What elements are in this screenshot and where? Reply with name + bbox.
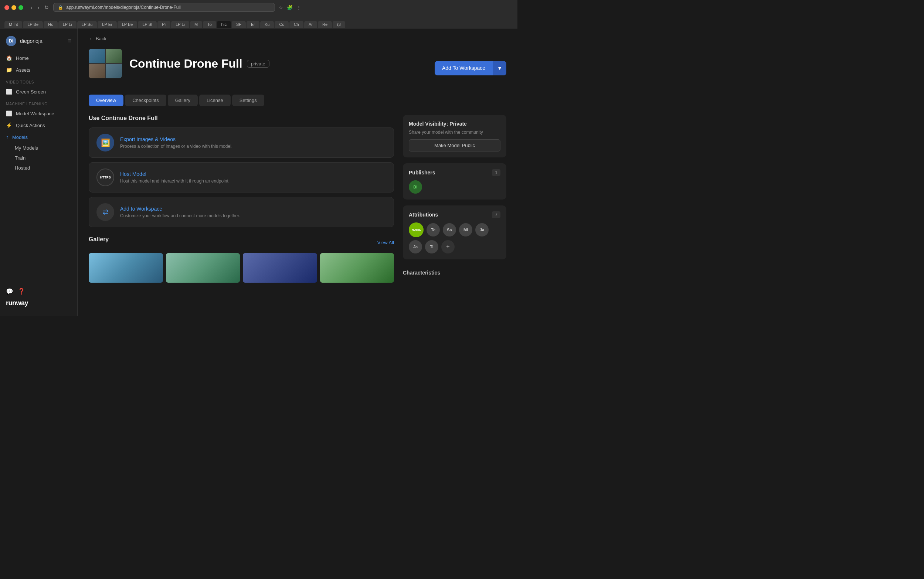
tab-license[interactable]: License bbox=[199, 95, 231, 106]
sidebar-item-hosted[interactable]: Hosted bbox=[0, 163, 77, 173]
publisher-avatar-di[interactable]: Di bbox=[409, 180, 422, 194]
sidebar-item-model-workspace[interactable]: ⬜ Model Workspace bbox=[0, 108, 77, 119]
browser-tabs: M Int LP Be Hc LP Li LP Su LP Er LP Be L… bbox=[0, 15, 517, 28]
address-bar[interactable]: 🔒 app.runwayml.com/models/diegorioja/Con… bbox=[53, 3, 275, 12]
sidebar-item-train[interactable]: Train bbox=[0, 153, 77, 163]
attribution-avatar-mi[interactable]: Mi bbox=[459, 223, 473, 237]
sidebar-green-screen-label: Green Screen bbox=[16, 89, 46, 95]
tab-m[interactable]: M bbox=[190, 21, 202, 28]
host-action-title: Host Model bbox=[120, 171, 386, 177]
attribution-avatar-te[interactable]: Te bbox=[427, 223, 440, 237]
tab-ch[interactable]: Ch bbox=[289, 21, 303, 28]
tab-gallery[interactable]: Gallery bbox=[168, 95, 198, 106]
model-name: Continue Drone Full bbox=[129, 57, 242, 70]
tab-hc[interactable]: Hc bbox=[44, 21, 57, 28]
tab-ku[interactable]: Ku bbox=[260, 21, 274, 28]
attribution-avatar-sa[interactable]: Sa bbox=[443, 223, 456, 237]
host-action-desc: Host this model and interact with it thr… bbox=[120, 178, 386, 184]
tab-lp-er[interactable]: LP Er bbox=[98, 21, 116, 28]
sidebar-item-quick-actions[interactable]: ⚡ Quick Actions bbox=[0, 119, 77, 131]
back-nav-button[interactable]: ‹ bbox=[29, 4, 34, 11]
tab-ar[interactable]: Ar bbox=[304, 21, 317, 28]
quick-actions-icon: ⚡ bbox=[6, 122, 12, 128]
workspace-action-title: Add to Workspace bbox=[120, 206, 386, 212]
menu-icon[interactable]: ⋮ bbox=[296, 4, 302, 11]
sidebar-item-home[interactable]: 🏠 Home bbox=[0, 52, 77, 64]
export-action-desc: Process a collection of images or a vide… bbox=[120, 144, 386, 149]
workspace-action-desc: Customize your workflow and connect more… bbox=[120, 213, 386, 218]
gallery-grid bbox=[89, 253, 394, 283]
characteristics-title: Characteristics bbox=[403, 265, 506, 280]
gallery-item-4[interactable] bbox=[320, 253, 394, 283]
sidebar-menu-icon[interactable]: ≡ bbox=[68, 38, 71, 44]
tab-lp-be2[interactable]: LP Be bbox=[118, 21, 137, 28]
sidebar-models-label: Models bbox=[12, 134, 28, 140]
extensions-icon[interactable]: 🧩 bbox=[286, 4, 293, 11]
view-all-button[interactable]: View All bbox=[377, 240, 394, 245]
app-container: Di diegorioja ≡ 🏠 Home 📁 Assets VIDEO TO… bbox=[0, 28, 517, 316]
traffic-lights bbox=[5, 5, 23, 10]
gallery-item-1[interactable] bbox=[89, 253, 163, 283]
sidebar-model-workspace-label: Model Workspace bbox=[16, 111, 54, 116]
sidebar-assets-label: Assets bbox=[16, 67, 30, 73]
tab-lp-li[interactable]: LP Li bbox=[59, 21, 77, 28]
attribution-avatar-ja2[interactable]: Ja bbox=[409, 240, 422, 254]
two-col-layout: Use Continue Drone Full 🖼️ Export Images… bbox=[89, 115, 506, 283]
sidebar-item-my-models[interactable]: My Models bbox=[0, 143, 77, 153]
model-thumbnail bbox=[89, 49, 122, 79]
tab-lp-be[interactable]: LP Be bbox=[23, 21, 43, 28]
close-traffic-light[interactable] bbox=[5, 5, 9, 10]
sidebar-quick-actions-label: Quick Actions bbox=[16, 123, 45, 128]
tab-m-int[interactable]: M Int bbox=[5, 21, 22, 28]
model-title-area: Continue Drone Full private bbox=[129, 57, 270, 70]
gallery-title: Gallery bbox=[89, 236, 109, 243]
action-card-export[interactable]: 🖼️ Export Images & Videos Process a coll… bbox=[89, 128, 394, 158]
minimize-traffic-light[interactable] bbox=[11, 5, 16, 10]
attributions-avatars: NVIDIA Te Sa Mi Ja bbox=[409, 222, 500, 237]
thumb-cell-4 bbox=[106, 64, 122, 79]
gallery-item-3[interactable] bbox=[243, 253, 317, 283]
tab-checkpoints[interactable]: Checkpoints bbox=[125, 95, 166, 106]
make-public-button[interactable]: Make Model Public bbox=[409, 139, 500, 152]
publishers-title: Publishers bbox=[409, 170, 435, 175]
tab-sf[interactable]: SF bbox=[232, 21, 246, 28]
tab-hic[interactable]: hic bbox=[217, 21, 231, 28]
attribution-avatar-ti[interactable]: Ti bbox=[425, 240, 438, 254]
maximize-traffic-light[interactable] bbox=[18, 5, 23, 10]
help-icon[interactable]: ❓ bbox=[18, 288, 25, 295]
attribution-avatar-ja1[interactable]: Ja bbox=[475, 223, 489, 237]
tab-pr[interactable]: Pr bbox=[157, 21, 170, 28]
tab-lp-li2[interactable]: LP Li bbox=[171, 21, 189, 28]
attribution-avatar-more[interactable]: + bbox=[441, 240, 455, 254]
export-action-info: Export Images & Videos Process a collect… bbox=[120, 136, 386, 149]
tab-cc[interactable]: Cc bbox=[275, 21, 288, 28]
back-label: Back bbox=[96, 36, 106, 41]
reload-button[interactable]: ↻ bbox=[43, 4, 50, 11]
gallery-item-2[interactable] bbox=[166, 253, 240, 283]
sidebar: Di diegorioja ≡ 🏠 Home 📁 Assets VIDEO TO… bbox=[0, 28, 78, 316]
chat-icon[interactable]: 💬 bbox=[6, 288, 13, 295]
tab-3[interactable]: (3 bbox=[333, 21, 345, 28]
sidebar-item-models[interactable]: ↑ Models bbox=[0, 131, 77, 143]
tab-settings[interactable]: Settings bbox=[232, 95, 264, 106]
sidebar-item-assets[interactable]: 📁 Assets bbox=[0, 64, 77, 76]
use-section-title: Use Continue Drone Full bbox=[89, 115, 394, 121]
forward-nav-button[interactable]: › bbox=[36, 4, 41, 11]
action-card-host[interactable]: HTTPS Host Model Host this model and int… bbox=[89, 162, 394, 193]
back-button[interactable]: ← Back bbox=[89, 36, 506, 41]
tab-lp-su[interactable]: LP Su bbox=[77, 21, 97, 28]
attributions-avatars-row2: Ja Ti + bbox=[409, 240, 500, 254]
star-icon[interactable]: ☆ bbox=[278, 4, 284, 11]
tab-to[interactable]: To bbox=[203, 21, 216, 28]
tab-er[interactable]: Er bbox=[247, 21, 260, 28]
sidebar-item-green-screen[interactable]: ⬜ Green Screen bbox=[0, 86, 77, 98]
main-col: Use Continue Drone Full 🖼️ Export Images… bbox=[89, 115, 394, 283]
add-workspace-dropdown-icon[interactable]: ▾ bbox=[493, 61, 506, 75]
tab-lp-st[interactable]: LP St bbox=[138, 21, 157, 28]
action-card-workspace[interactable]: ⇄ Add to Workspace Customize your workfl… bbox=[89, 197, 394, 227]
tab-overview[interactable]: Overview bbox=[89, 95, 123, 106]
tab-re[interactable]: Re bbox=[318, 21, 332, 28]
attribution-avatar-nvidia[interactable]: NVIDIA bbox=[409, 222, 424, 237]
add-to-workspace-button[interactable]: Add To Workspace ▾ bbox=[435, 61, 506, 75]
host-action-icon: HTTPS bbox=[96, 168, 114, 186]
